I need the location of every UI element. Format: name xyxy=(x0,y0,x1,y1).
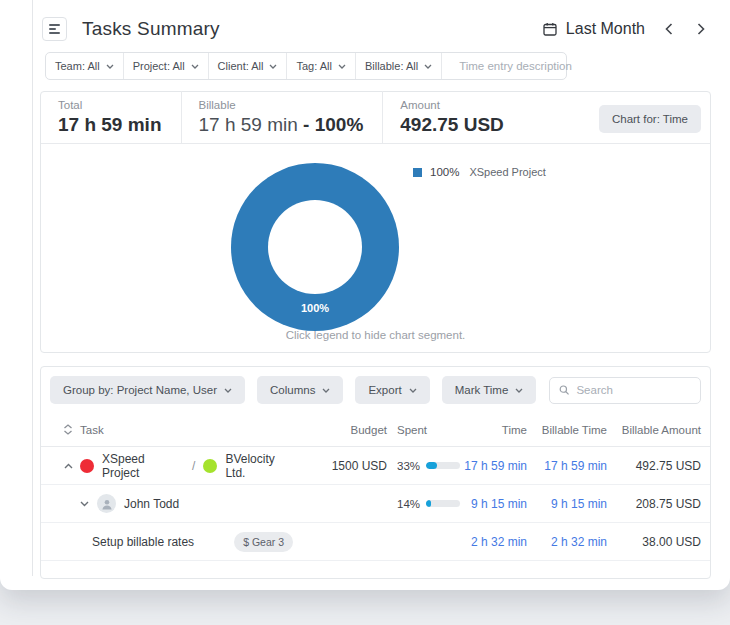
tasks-table-card: Group by: Project Name, User Columns Exp… xyxy=(40,366,711,579)
table-toolbar: Group by: Project Name, User Columns Exp… xyxy=(41,367,710,413)
table-search-input[interactable] xyxy=(576,384,691,396)
billable-time-value[interactable]: 9 h 15 min xyxy=(527,497,607,511)
task-cell: Setup billable rates $ Gear 3 xyxy=(80,532,297,552)
chevron-left-icon[interactable] xyxy=(665,23,673,35)
columns-button[interactable]: Columns xyxy=(257,376,343,404)
chevron-up-icon[interactable] xyxy=(56,463,80,469)
chevron-down-icon xyxy=(409,388,417,393)
chevron-down-icon xyxy=(322,388,330,393)
header-budget[interactable]: Budget xyxy=(297,424,387,436)
stat-amount-label: Amount xyxy=(400,99,504,111)
client-color-dot xyxy=(203,459,217,473)
user-avatar xyxy=(97,494,116,513)
stat-total-label: Total xyxy=(58,99,162,111)
chevron-down-icon xyxy=(269,64,277,69)
chevron-down-icon xyxy=(424,64,432,69)
header-billable-amount[interactable]: Billable Amount xyxy=(607,424,701,436)
columns-label: Columns xyxy=(270,384,315,396)
spent-progress-bar xyxy=(426,500,460,507)
chevron-right-icon[interactable] xyxy=(697,23,705,35)
mark-time-button[interactable]: Mark Time xyxy=(442,376,537,404)
user-name[interactable]: John Todd xyxy=(124,497,179,511)
chevron-down-icon xyxy=(515,388,523,393)
date-range-label: Last Month xyxy=(566,20,645,38)
project-color-dot xyxy=(80,459,94,473)
list-menu-icon xyxy=(49,24,60,34)
stat-billable-label: Billable xyxy=(199,99,364,111)
sidebar-edge-divider xyxy=(32,0,33,576)
donut-hole xyxy=(268,200,362,294)
filter-billable-label: Billable: All xyxy=(365,60,418,72)
spent-progress-fill xyxy=(426,462,437,469)
filter-team[interactable]: Team: All xyxy=(46,53,124,79)
summary-card: Total 17 h 59 min Billable 17 h 59 min -… xyxy=(40,91,711,353)
table-footer-spacer xyxy=(41,561,710,576)
app-window: Tasks Summary Last Month xyxy=(0,0,730,590)
mark-time-label: Mark Time xyxy=(455,384,509,396)
project-client-cell: XSpeed Project / BVelocity Ltd. xyxy=(80,452,297,480)
tag-badge[interactable]: $ Gear 3 xyxy=(234,532,293,552)
budget-value: 1500 USD xyxy=(297,459,387,473)
chevron-down-icon xyxy=(338,64,346,69)
time-value[interactable]: 9 h 15 min xyxy=(461,497,527,511)
filter-billable[interactable]: Billable: All xyxy=(356,53,442,79)
filter-project[interactable]: Project: All xyxy=(124,53,209,79)
table-row-user[interactable]: John Todd 14% 9 h 15 min 9 h 15 min 208.… xyxy=(41,485,710,523)
filter-team-label: Team: All xyxy=(55,60,100,72)
chart-caption: Click legend to hide chart segment. xyxy=(41,329,710,341)
stat-total: Total 17 h 59 min xyxy=(41,91,181,144)
filter-bar: Team: All Project: All Client: All Tag: … xyxy=(45,52,567,80)
time-value[interactable]: 2 h 32 min xyxy=(461,535,527,549)
chevron-down-icon[interactable] xyxy=(80,501,89,507)
stat-amount: Amount 492.75 USD xyxy=(382,91,523,144)
group-by-button[interactable]: Group by: Project Name, User xyxy=(50,376,245,404)
date-range-picker[interactable]: Last Month xyxy=(543,20,645,38)
billable-amount-value: 492.75 USD xyxy=(607,459,701,473)
spent-cell: 14% xyxy=(387,498,461,510)
date-nav xyxy=(665,23,705,35)
client-name[interactable]: BVelocity Ltd. xyxy=(225,452,297,480)
header-task[interactable]: Task xyxy=(80,424,297,436)
export-label: Export xyxy=(368,384,401,396)
table-row-project[interactable]: XSpeed Project / BVelocity Ltd. 1500 USD… xyxy=(41,447,710,485)
project-name[interactable]: XSpeed Project xyxy=(102,452,184,480)
chevron-down-icon xyxy=(191,64,199,69)
header-time[interactable]: Time xyxy=(461,424,527,436)
legend-percent: 100% xyxy=(430,166,459,178)
chart-for-button[interactable]: Chart for: Time xyxy=(599,105,701,133)
task-name[interactable]: Setup billable rates xyxy=(92,535,194,549)
donut-slice-label: 100% xyxy=(231,302,399,314)
collapse-all-icon[interactable] xyxy=(56,424,80,435)
header-spent[interactable]: Spent xyxy=(387,424,461,436)
chevron-down-icon xyxy=(224,388,232,393)
export-button[interactable]: Export xyxy=(355,376,429,404)
report-menu-button[interactable] xyxy=(42,17,67,41)
stat-total-value: 17 h 59 min xyxy=(58,114,162,136)
donut-chart-area: 100% 100% XSpeed Project Click legend to… xyxy=(41,144,710,352)
filter-project-label: Project: All xyxy=(133,60,185,72)
table-row-task[interactable]: Setup billable rates $ Gear 3 2 h 32 min… xyxy=(41,523,710,561)
search-icon xyxy=(559,384,569,396)
chart-legend-item[interactable]: 100% XSpeed Project xyxy=(413,166,546,178)
billable-amount-value: 38.00 USD xyxy=(607,535,701,549)
filter-tag[interactable]: Tag: All xyxy=(287,53,355,79)
header-billable-time[interactable]: Billable Time xyxy=(527,424,607,436)
filter-client[interactable]: Client: All xyxy=(209,53,288,79)
legend-swatch xyxy=(413,168,422,177)
billable-time-value[interactable]: 2 h 32 min xyxy=(527,535,607,549)
billable-time-value[interactable]: 17 h 59 min xyxy=(527,459,607,473)
page-title: Tasks Summary xyxy=(82,18,220,40)
calendar-icon xyxy=(543,22,557,36)
project-client-separator: / xyxy=(192,459,195,473)
description-search-input[interactable] xyxy=(459,60,613,72)
time-value[interactable]: 17 h 59 min xyxy=(461,459,527,473)
donut-chart[interactable]: 100% xyxy=(231,163,399,331)
table-search xyxy=(549,377,701,404)
spent-percent: 33% xyxy=(397,460,420,472)
description-search xyxy=(442,53,592,79)
filter-client-label: Client: All xyxy=(218,60,264,72)
spent-percent: 14% xyxy=(397,498,420,510)
filter-tag-label: Tag: All xyxy=(296,60,331,72)
main-content: Tasks Summary Last Month xyxy=(40,0,711,590)
user-cell: John Todd xyxy=(80,494,297,513)
